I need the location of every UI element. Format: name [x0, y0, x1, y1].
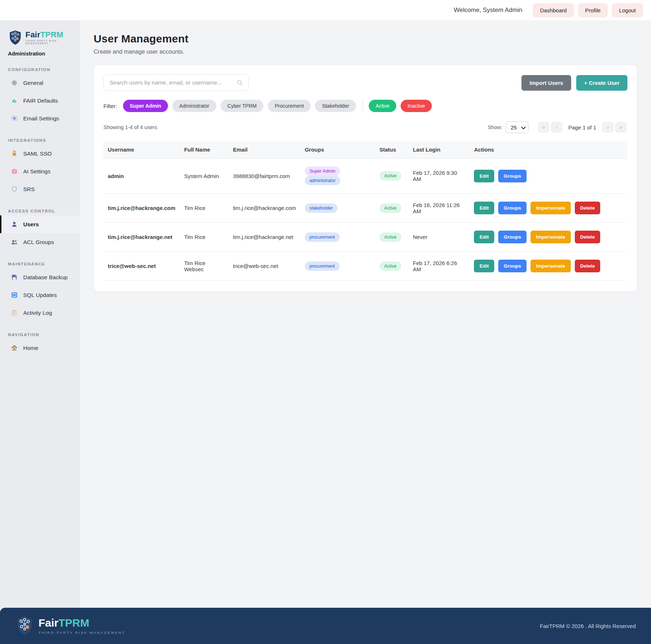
sidebar-item-fair-defaults[interactable]: FAIR Defaults — [0, 92, 80, 110]
cell-email: 3988830@fairtprm.com — [229, 158, 300, 194]
cell-fullname: System Admin — [180, 158, 229, 194]
lock-icon — [11, 150, 18, 157]
status-badge: Active — [380, 171, 401, 181]
cell-lastlogin: Feb 16, 2026 11:26 AM — [409, 194, 470, 223]
brand-shield-icon — [8, 30, 22, 46]
filter-divider — [363, 100, 363, 111]
clipboard-icon — [11, 309, 18, 316]
sidebar-item-home[interactable]: Home — [0, 339, 80, 357]
sidebar-item-users[interactable]: Users — [0, 215, 80, 233]
logout-button[interactable]: Logout — [612, 3, 643, 17]
col-header-groups: Groups — [300, 141, 375, 158]
sidebar-item-database-backup[interactable]: Database Backup — [0, 268, 80, 286]
import-users-button[interactable]: Import Users — [521, 75, 571, 91]
col-header-lastlogin: Last Login — [409, 141, 470, 158]
sidebar-item-ai-settings[interactable]: AI Settings — [0, 162, 80, 180]
page-subtitle: Create and manage user accounts. — [94, 49, 637, 55]
sidebar-item-label: FAIR Defaults — [23, 98, 58, 104]
page-size-select[interactable]: 25 — [506, 121, 528, 133]
users-group-icon — [11, 239, 18, 245]
cell-actions: Edit Groups Impersonate Delete — [470, 252, 627, 281]
footer-brand-shield-icon — [15, 616, 34, 636]
sidebar-item-saml-sso[interactable]: SAML SSO — [0, 145, 80, 162]
edit-button[interactable]: Edit — [474, 202, 494, 214]
cell-status: Active — [375, 194, 409, 223]
edit-button[interactable]: Edit — [474, 231, 494, 243]
filter-chip-administrator[interactable]: Administrator — [172, 100, 216, 112]
welcome-text: Welcome, System Admin — [454, 7, 523, 14]
edit-button[interactable]: Edit — [474, 260, 494, 272]
cell-lastlogin: Feb 17, 2026 9:30 AM — [409, 158, 470, 194]
sync-icon — [11, 292, 18, 298]
col-header-email: Email — [229, 141, 300, 158]
section-label-maintenance: MAINTENANCE — [0, 251, 80, 268]
groups-button[interactable]: Groups — [498, 170, 527, 182]
next-page-button[interactable]: › — [602, 122, 613, 132]
groups-button[interactable]: Groups — [498, 202, 527, 214]
filter-chip-super-admin[interactable]: Super Admin — [123, 100, 168, 112]
cell-fullname: Tim Rice Websec — [180, 252, 229, 281]
col-header-actions: Actions — [470, 141, 627, 158]
brand-tagline: THIRD-PARTY RISK MANAGEMENT — [25, 40, 75, 45]
page: Welcome, System Admin Dashboard Profile … — [0, 0, 651, 644]
sidebar-item-acl-groups[interactable]: ACL Groups — [0, 233, 80, 251]
floppy-icon — [11, 274, 18, 281]
cell-fullname: Tim Rice — [180, 223, 229, 252]
home-icon — [11, 344, 18, 351]
footer-brand-name: FairTPRM — [38, 618, 125, 628]
sidebar-item-sql-updates[interactable]: SQL Updates — [0, 286, 80, 304]
table-row: tim.j.rice@hackrange.net Tim Rice tim.j.… — [103, 223, 627, 252]
sidebar-subtitle: Administration — [0, 46, 80, 57]
sidebar-item-email-settings[interactable]: Email Settings — [0, 110, 80, 127]
first-page-button[interactable]: « — [538, 122, 549, 132]
cell-fullname: Tim Rice — [180, 194, 229, 223]
sidebar-item-general[interactable]: General — [0, 74, 80, 92]
impersonate-button[interactable]: Impersonate — [531, 260, 570, 272]
gear-icon — [11, 79, 18, 86]
sidebar-item-label: SAML SSO — [23, 150, 52, 157]
cell-actions: Edit Groups Impersonate Delete — [470, 194, 627, 223]
impersonate-button[interactable]: Impersonate — [531, 231, 570, 243]
create-user-button[interactable]: + Create User — [576, 75, 627, 91]
group-badge: administrator — [305, 176, 340, 185]
table-row: tim.j.rice@hackrange.com Tim Rice tim.j.… — [103, 194, 627, 223]
status-badge: Active — [380, 232, 401, 242]
impersonate-button[interactable]: Impersonate — [531, 202, 570, 214]
search-input[interactable] — [103, 74, 249, 91]
cell-actions: Edit Groups Impersonate Delete — [470, 223, 627, 252]
filter-chip-active[interactable]: Active — [369, 100, 396, 112]
delete-button[interactable]: Delete — [575, 260, 601, 272]
top-header: Welcome, System Admin Dashboard Profile … — [0, 0, 651, 20]
filter-chip-cyber-tprm[interactable]: Cyber TPRM — [221, 100, 264, 112]
dashboard-button[interactable]: Dashboard — [533, 3, 574, 17]
profile-button[interactable]: Profile — [578, 3, 608, 17]
filter-chip-procurement[interactable]: Procurement — [268, 100, 311, 112]
prev-page-button[interactable]: ‹ — [551, 122, 562, 132]
results-meta-row: Showing 1-4 of 4 users Show: 25 « ‹ Page… — [103, 121, 627, 133]
cell-status: Active — [375, 252, 409, 281]
sidebar-item-label: AI Settings — [23, 168, 50, 175]
delete-button[interactable]: Delete — [575, 202, 601, 214]
page-info: Page 1 of 1 — [568, 124, 596, 131]
section-label-access-control: ACCESS CONTROL — [0, 198, 80, 215]
cell-groups: procurement — [300, 223, 375, 252]
page-size-select-wrap: 25 — [506, 121, 528, 133]
sidebar-item-srs[interactable]: SRS — [0, 180, 80, 198]
cell-email: tim.j.rice@hackrange.net — [229, 223, 300, 252]
last-page-button[interactable]: » — [615, 122, 626, 132]
filter-chip-stakeholder[interactable]: Stakeholder — [315, 100, 356, 112]
groups-button[interactable]: Groups — [498, 231, 527, 243]
groups-button[interactable]: Groups — [498, 260, 527, 272]
sidebar-item-activity-log[interactable]: Activity Log — [0, 304, 80, 322]
footer-brand: FairTPRM THIRD-PARTY RISK MANAGEMENT — [15, 616, 125, 636]
filter-label: Filter: — [103, 103, 117, 109]
sidebar-item-label: Database Backup — [23, 274, 67, 281]
sidebar-brand: FairTPRM THIRD-PARTY RISK MANAGEMENT — [0, 30, 80, 46]
sidebar-item-label: SQL Updates — [23, 292, 57, 298]
filter-chip-inactive[interactable]: Inactive — [401, 100, 432, 112]
delete-button[interactable]: Delete — [575, 231, 601, 243]
sidebar-item-label: Users — [23, 221, 39, 228]
results-count: Showing 1-4 of 4 users — [103, 124, 157, 130]
edit-button[interactable]: Edit — [474, 170, 494, 182]
cell-groups: procurement — [300, 252, 375, 281]
